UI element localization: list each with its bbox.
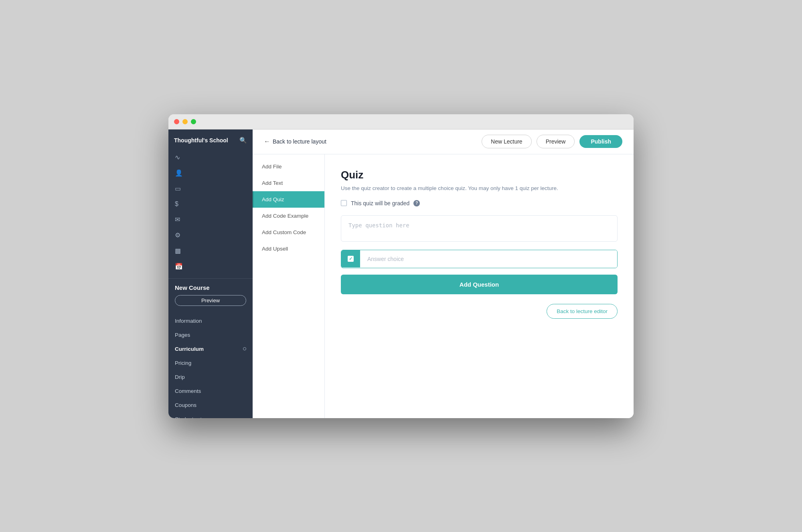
sidebar-icon-monitor[interactable]: ▭ [168, 181, 253, 196]
dollar-icon: $ [175, 200, 178, 208]
sidebar-item-comments[interactable]: Comments [168, 384, 253, 398]
add-question-button[interactable]: Add Question [341, 275, 618, 294]
graded-row: This quiz will be graded ? [341, 200, 618, 206]
answer-input[interactable] [360, 250, 617, 268]
answer-checkbox-wrap[interactable] [341, 250, 360, 267]
information-label: Information [175, 318, 202, 324]
coupons-label: Coupons [175, 402, 196, 408]
students-label: Students [175, 416, 196, 418]
new-lecture-button[interactable]: New Lecture [482, 135, 532, 148]
quiz-description: Use the quiz creator to create a multipl… [341, 185, 618, 191]
curriculum-badge [243, 347, 246, 350]
sidebar-item-drip[interactable]: Drip [168, 370, 253, 384]
sidebar-icon-calendar[interactable]: 📅 [168, 259, 253, 274]
graded-checkbox[interactable] [341, 200, 347, 206]
pages-label: Pages [175, 332, 190, 338]
left-panel-add-text[interactable]: Add Text [253, 175, 324, 191]
analytics-icon: ∿ [175, 154, 180, 161]
sidebar-item-information[interactable]: Information [168, 314, 253, 328]
sidebar-icon-dollar[interactable]: $ [168, 196, 253, 212]
sidebar-nav: Information Pages Curriculum Pricing Dri… [168, 314, 253, 418]
pricing-label: Pricing [175, 360, 191, 366]
quiz-panel: Quiz Use the quiz creator to create a mu… [325, 154, 634, 418]
left-panel-add-custom-code[interactable]: Add Custom Code [253, 224, 324, 241]
course-preview-button[interactable]: Preview [175, 295, 246, 306]
back-to-editor-row: Back to lecture editor [341, 304, 618, 319]
top-header: ← Back to lecture layout New Lecture Pre… [253, 129, 634, 154]
close-button[interactable] [174, 119, 179, 124]
external-link-icon: ↗ [198, 417, 202, 418]
users-icon: 👤 [175, 169, 183, 177]
drip-label: Drip [175, 374, 185, 380]
school-name: Thoughtful's School [174, 137, 228, 144]
quiz-title: Quiz [341, 169, 618, 181]
sidebar-icon-gear[interactable]: ⚙ [168, 227, 253, 243]
sidebar-icon-analytics[interactable]: ∿ [168, 150, 253, 165]
graded-label: This quiz will be graded [351, 200, 409, 206]
content-area: Add File Add Text Add Quiz Add Code Exam… [253, 154, 634, 418]
sidebar-icon-library[interactable]: ▩ [168, 243, 253, 259]
titlebar [168, 114, 634, 129]
help-icon[interactable]: ? [413, 200, 420, 206]
left-panel-add-upsell[interactable]: Add Upsell [253, 241, 324, 257]
sidebar-item-pricing[interactable]: Pricing [168, 356, 253, 370]
sidebar-item-coupons[interactable]: Coupons [168, 398, 253, 412]
sidebar-icon-users[interactable]: 👤 [168, 165, 253, 181]
comments-label: Comments [175, 388, 201, 394]
sidebar-item-curriculum[interactable]: Curriculum [168, 342, 253, 356]
sidebar-header: Thoughtful's School 🔍 [168, 129, 253, 150]
left-panel-add-code-example[interactable]: Add Code Example [253, 208, 324, 224]
mac-window: Thoughtful's School 🔍 ∿ 👤 ▭ $ ✉ [168, 114, 634, 418]
answer-checkbox-checked [348, 256, 354, 262]
minimize-button[interactable] [182, 119, 188, 124]
question-input[interactable] [341, 215, 618, 242]
back-to-lecture-layout-link[interactable]: ← Back to lecture layout [264, 138, 326, 145]
answer-row [341, 250, 618, 268]
mail-icon: ✉ [175, 216, 180, 223]
publish-button[interactable]: Publish [579, 135, 622, 148]
preview-button[interactable]: Preview [537, 135, 575, 148]
sidebar-icon-strip: ∿ 👤 ▭ $ ✉ ⚙ ▩ [168, 150, 253, 279]
maximize-button[interactable] [191, 119, 196, 124]
search-icon[interactable]: 🔍 [239, 137, 247, 144]
sidebar: Thoughtful's School 🔍 ∿ 👤 ▭ $ ✉ [168, 129, 253, 418]
course-title: New Course [175, 284, 246, 291]
main-area: ← Back to lecture layout New Lecture Pre… [253, 129, 634, 418]
sidebar-icon-mail[interactable]: ✉ [168, 212, 253, 227]
app-body: Thoughtful's School 🔍 ∿ 👤 ▭ $ ✉ [168, 129, 634, 418]
back-to-lecture-layout-label: Back to lecture layout [273, 138, 326, 145]
sidebar-item-students[interactable]: Students ↗ [168, 412, 253, 418]
library-icon: ▩ [175, 247, 181, 255]
left-panel-add-quiz[interactable]: Add Quiz [253, 191, 324, 208]
sidebar-item-pages[interactable]: Pages [168, 328, 253, 342]
back-to-lecture-editor-button[interactable]: Back to lecture editor [547, 304, 618, 319]
left-panel: Add File Add Text Add Quiz Add Code Exam… [253, 154, 325, 418]
curriculum-label: Curriculum [175, 346, 204, 352]
sidebar-course-section: New Course Preview [168, 279, 253, 310]
gear-icon: ⚙ [175, 231, 180, 239]
monitor-icon: ▭ [175, 185, 181, 192]
header-actions: New Lecture Preview Publish [482, 135, 622, 148]
back-arrow-icon: ← [264, 138, 270, 145]
calendar-icon: 📅 [175, 263, 183, 270]
left-panel-add-file[interactable]: Add File [253, 158, 324, 175]
